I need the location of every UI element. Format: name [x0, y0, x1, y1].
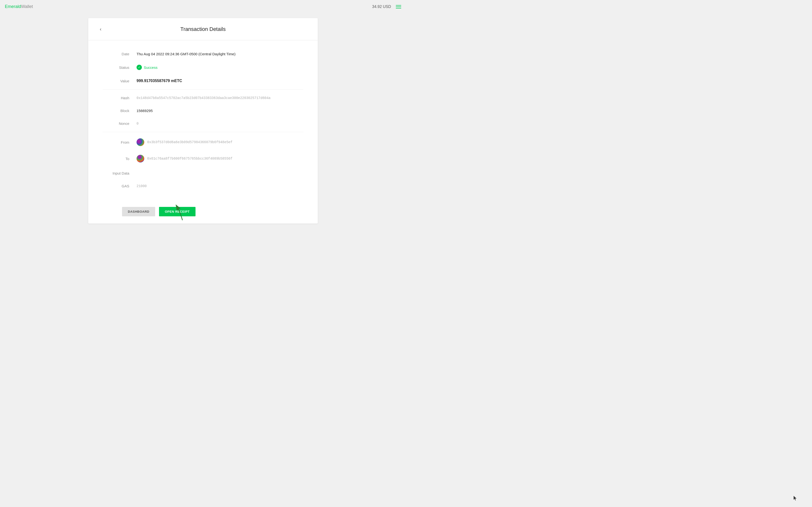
- card-title: Transaction Details: [180, 26, 225, 32]
- date-label: Date: [103, 52, 129, 56]
- divider-2: [103, 132, 303, 132]
- success-icon: ✓: [137, 65, 142, 70]
- to-row: To 0x61c76aa8f7b600f6675765bbcc36f4089b5…: [103, 151, 303, 167]
- hash-row: Hash 0x148d47b8a5547c5702ac7a5b23d07b433…: [103, 92, 303, 104]
- date-row: Date Thu Aug 04 2022 09:24:36 GMT-0500 (…: [103, 48, 303, 60]
- date-value: Thu Aug 04 2022 09:24:36 GMT-0500 (Centr…: [137, 52, 236, 56]
- hash-label: Hash: [103, 96, 129, 100]
- to-address: 0x61c76aa8f7b600f6675765bbcc36f4089b5855…: [147, 157, 233, 161]
- back-button[interactable]: ‹: [98, 25, 103, 33]
- status-badge: ✓ Success: [137, 65, 158, 70]
- to-address-row: 0x61c76aa8f7b600f6675765bbcc36f4089b5855…: [137, 155, 233, 163]
- arrow-annotation: [161, 197, 192, 221]
- to-label: To: [103, 157, 129, 161]
- input-data-row: Input Data: [103, 167, 303, 180]
- app-name-emerald: Emerald: [5, 4, 21, 9]
- block-row: Block 15669295: [103, 104, 303, 117]
- input-data-label: Input Data: [103, 171, 129, 175]
- to-avatar: [137, 155, 144, 163]
- nonce-value: 0: [137, 122, 139, 125]
- from-address-row: 0x3b3f537d0d6a6e3b09d57984366079b6f948e5…: [137, 138, 233, 146]
- card-header: ‹ Transaction Details: [88, 18, 318, 40]
- top-bar: Emerald Wallet 34.92 USD: [0, 0, 406, 13]
- divider-1: [103, 89, 303, 90]
- block-label: Block: [103, 109, 129, 113]
- app-title: Emerald Wallet: [5, 4, 33, 9]
- usd-balance: 34.92 USD: [372, 5, 391, 9]
- from-address: 0x3b3f537d0d6a6e3b09d57984366079b6f948e5…: [147, 140, 233, 144]
- main-content: ‹ Transaction Details Date Thu Aug 04 20…: [0, 13, 406, 228]
- value-row: Value 999.917035587679 mETC: [103, 74, 303, 88]
- details-section: Date Thu Aug 04 2022 09:24:36 GMT-0500 (…: [88, 40, 318, 200]
- from-row: From 0x3b3f537d0d6a6e3b09d57984366079b6f…: [103, 134, 303, 151]
- nonce-label: Nonce: [103, 121, 129, 125]
- value-amount: 999.917035587679 mETC: [137, 79, 182, 83]
- block-value: 15669295: [137, 109, 153, 113]
- dashboard-button[interactable]: DASHBOARD: [122, 207, 155, 216]
- status-label: Status: [103, 65, 129, 69]
- gas-value: 21000: [137, 184, 147, 188]
- top-bar-right: 34.92 USD: [372, 5, 401, 9]
- from-avatar: [137, 138, 144, 146]
- buttons-section: DASHBOARD OPEN RECEIPT: [88, 200, 318, 224]
- value-label: Value: [103, 79, 129, 83]
- nonce-row: Nonce 0: [103, 117, 303, 130]
- status-row: Status ✓ Success: [103, 60, 303, 74]
- status-text: Success: [144, 65, 158, 69]
- menu-button[interactable]: [396, 5, 401, 8]
- from-label: From: [103, 140, 129, 145]
- app-name-wallet: Wallet: [21, 4, 33, 9]
- hash-value: 0x148d47b8a5547c5702ac7a5b23d07b43383363…: [137, 96, 271, 100]
- gas-row: GAS 21000: [103, 180, 303, 192]
- gas-label: GAS: [103, 184, 129, 188]
- transaction-card: ‹ Transaction Details Date Thu Aug 04 20…: [88, 18, 318, 224]
